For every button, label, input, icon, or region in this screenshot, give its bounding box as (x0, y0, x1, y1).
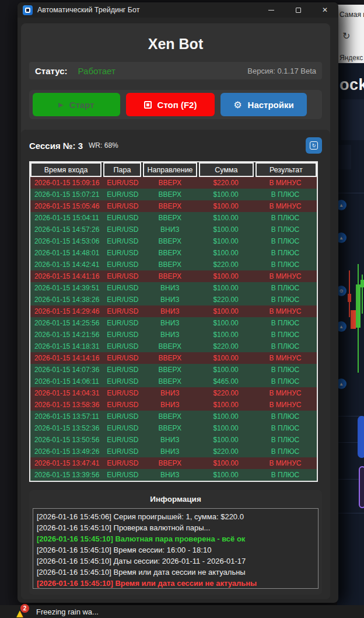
trades-table-body: 2026-01-15 15:09:16EUR/USDВВЕРХ$220.00В … (30, 177, 317, 481)
table-row[interactable]: 2026-01-15 14:42:41EUR/USDВВЕРХ$220.00В … (30, 259, 317, 270)
table-cell: В ПЛЮС (254, 329, 317, 341)
table-row[interactable]: 2026-01-15 14:18:31EUR/USDВВЕРХ$220.00В … (30, 341, 317, 352)
start-button[interactable]: ▶ Старт (33, 93, 120, 116)
table-row[interactable]: 2026-01-15 14:07:36EUR/USDВВЕРХ$100.00В … (30, 364, 317, 376)
table-cell: $100.00 (198, 212, 254, 224)
table-row[interactable]: 2026-01-15 14:39:51EUR/USDВНИЗ$100.00В П… (30, 282, 317, 294)
trading-bot-window: Автоматический Трейдинг Бот ✕ Xen Bot Ст… (18, 2, 338, 603)
table-row[interactable]: 2026-01-15 13:50:56EUR/USDВНИЗ$100.00В П… (30, 434, 317, 446)
table-row[interactable]: 2026-01-15 14:38:26EUR/USDВНИЗ$220.00В П… (30, 294, 317, 305)
table-cell: $100.00 (198, 364, 254, 376)
table-row[interactable]: 2026-01-15 14:21:56EUR/USDВНИЗ$100.00В П… (30, 329, 317, 341)
table-cell: В МИНУС (254, 457, 317, 469)
trading-platform-background: ock 14:4 (337, 63, 364, 605)
close-button[interactable]: ✕ (312, 2, 338, 18)
table-cell: 2026-01-15 14:48:01 (30, 247, 103, 259)
log-box[interactable]: [2026-01-16 15:45:06] Серия проигрышей: … (33, 508, 318, 589)
table-cell: 2026-01-15 13:49:26 (30, 446, 103, 457)
table-cell: EUR/USD (103, 177, 142, 189)
table-cell: В ПЛЮС (254, 341, 317, 352)
column-header[interactable]: Пара (103, 162, 141, 177)
candlestick (348, 294, 351, 302)
minimize-icon (268, 10, 274, 11)
table-row[interactable]: 2026-01-15 14:14:16EUR/USDВВЕРХ$100.00В … (30, 352, 317, 364)
session-number-label: Сессия №: 3 (29, 141, 83, 151)
column-header[interactable]: Сумма (199, 162, 253, 177)
table-cell: EUR/USD (103, 317, 142, 329)
table-cell: $465.00 (198, 376, 254, 387)
session-refresh-button[interactable]: ↻ (306, 137, 322, 154)
log-line: [2026-01-16 15:45:10] Время сессии: 16:0… (37, 544, 314, 555)
table-cell: В ПЛЮС (254, 469, 317, 481)
table-row[interactable]: 2026-01-15 14:06:11EUR/USDВВЕРХ$465.00В … (30, 376, 317, 387)
buy-button-fragment[interactable] (358, 416, 364, 458)
table-cell: 2026-01-15 14:39:51 (30, 282, 103, 294)
maximize-button[interactable] (285, 2, 312, 18)
table-row[interactable]: 2026-01-15 14:29:46EUR/USDВНИЗ$100.00В М… (30, 305, 317, 317)
table-row[interactable]: 2026-01-15 13:39:56EUR/USDВНИЗ$100.00В П… (30, 469, 317, 481)
table-row[interactable]: 2026-01-15 13:57:11EUR/USDВВЕРХ$100.00В … (30, 411, 317, 422)
table-cell: В МИНУС (254, 387, 317, 399)
table-row[interactable]: 2026-01-15 15:07:21EUR/USDВВЕРХ$100.00В … (30, 189, 317, 200)
yandex-label: Яндекс (340, 54, 363, 62)
reload-icon[interactable]: ↻ (342, 30, 350, 41)
table-cell: EUR/USD (103, 200, 142, 212)
table-cell: В МИНУС (254, 399, 317, 411)
table-cell: 2026-01-15 14:07:36 (30, 364, 103, 376)
table-row[interactable]: 2026-01-15 15:04:11EUR/USDВВЕРХ$100.00В … (30, 212, 317, 224)
minimize-button[interactable] (258, 2, 285, 18)
app-icon (23, 5, 33, 15)
table-row[interactable]: 2026-01-15 13:58:36EUR/USDВНИЗ$100.00В М… (30, 399, 317, 411)
table-cell: EUR/USD (103, 305, 142, 317)
column-header[interactable]: Направление (143, 162, 197, 177)
trades-table: Время входаПараНаправлениеСуммаРезультат… (29, 161, 318, 482)
taskbar: ▲ 2 Freezing rain wa... (0, 605, 364, 618)
table-row[interactable]: 2026-01-15 14:25:56EUR/USDВНИЗ$100.00В П… (30, 317, 317, 329)
table-cell: $100.00 (198, 352, 254, 364)
table-cell: 2026-01-15 15:07:21 (30, 189, 103, 200)
table-cell: 2026-01-15 15:04:11 (30, 212, 103, 224)
weather-widget[interactable]: ▲ 2 (16, 606, 29, 617)
table-row[interactable]: 2026-01-15 13:49:26EUR/USDВНИЗ$220.00В П… (30, 446, 317, 457)
notification-badge: 2 (20, 604, 29, 613)
stop-button[interactable]: Стоп (F2) (126, 93, 215, 116)
maximize-icon (296, 8, 301, 13)
table-cell: EUR/USD (103, 399, 142, 411)
close-icon: ✕ (322, 6, 328, 14)
table-cell: EUR/USD (103, 189, 142, 200)
taskbar-notification-text: Freezing rain wa... (36, 607, 99, 616)
table-cell: В ПЛЮС (254, 259, 317, 270)
table-cell: ВВЕРХ (142, 200, 198, 212)
table-cell: В ПЛЮС (254, 364, 317, 376)
table-row[interactable]: 2026-01-15 14:41:16EUR/USDВВЕРХ$100.00В … (30, 270, 317, 282)
table-row[interactable]: 2026-01-15 14:57:26EUR/USDВНИЗ$100.00В П… (30, 224, 317, 235)
table-cell: $220.00 (198, 259, 254, 270)
table-cell: В МИНУС (254, 200, 317, 212)
table-row[interactable]: 2026-01-15 13:52:36EUR/USDВВЕРХ$100.00В … (30, 422, 317, 434)
screen: Самая и ↻ Яндекс ock 14:4 (0, 0, 364, 618)
table-cell: 2026-01-15 14:29:46 (30, 305, 103, 317)
table-cell: $100.00 (198, 422, 254, 434)
sell-button-fragment[interactable] (359, 466, 364, 508)
table-cell: 2026-01-15 14:21:56 (30, 329, 103, 341)
session-header: Сессия №: 3 WR: 68% ↻ (29, 137, 322, 154)
table-row[interactable]: 2026-01-15 13:47:41EUR/USDВВЕРХ$100.00В … (30, 457, 317, 469)
table-row[interactable]: 2026-01-15 14:04:31EUR/USDВНИЗ$220.00В М… (30, 387, 317, 399)
settings-button[interactable]: ⚙ Настройки (220, 93, 307, 116)
table-cell: $220.00 (198, 177, 254, 189)
table-row[interactable]: 2026-01-15 15:09:16EUR/USDВВЕРХ$220.00В … (30, 177, 317, 189)
table-cell: $100.00 (198, 282, 254, 294)
table-row[interactable]: 2026-01-15 15:05:46EUR/USDВВЕРХ$100.00В … (30, 200, 317, 212)
table-row[interactable]: 2026-01-15 14:48:01EUR/USDВВЕРХ$100.00В … (30, 247, 317, 259)
table-cell: В МИНУС (254, 270, 317, 282)
table-cell: 2026-01-15 13:39:56 (30, 469, 103, 481)
version-label: Версия: 0.1.17 Beta (247, 67, 316, 75)
platform-panel (337, 145, 351, 169)
table-cell: ВВЕРХ (142, 341, 198, 352)
table-cell: В ПЛЮС (254, 212, 317, 224)
titlebar[interactable]: Автоматический Трейдинг Бот ✕ (18, 2, 338, 18)
table-cell: EUR/USD (103, 364, 142, 376)
column-header[interactable]: Время входа (30, 162, 102, 177)
column-header[interactable]: Результат (256, 162, 317, 177)
table-row[interactable]: 2026-01-15 14:53:06EUR/USDВВЕРХ$100.00В … (30, 235, 317, 247)
